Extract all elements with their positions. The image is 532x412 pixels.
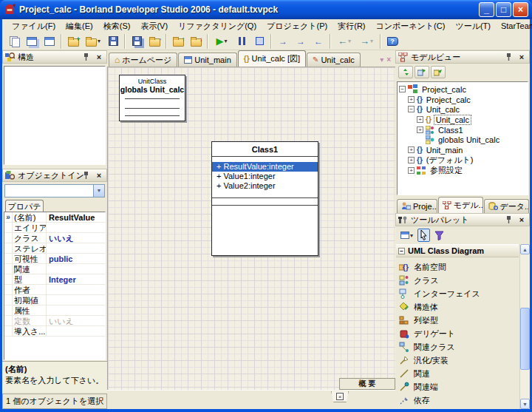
- tree-node-unit-calc[interactable]: − {} Unit_calc: [408, 104, 461, 114]
- tree-node-project-root[interactable]: − Project_calc: [399, 84, 468, 94]
- palette-item-dependency[interactable]: 依存: [396, 394, 519, 407]
- diagram-overview-panel[interactable]: 概 要: [339, 378, 395, 390]
- tab-unit-calc-diagram[interactable]: {} Unit_calc [図]: [238, 50, 306, 67]
- title-bar[interactable]: Project_calc - Borland Developer Studio …: [0, 0, 532, 19]
- property-value[interactable]: [47, 285, 105, 294]
- palette-dropdown-icon[interactable]: ▾: [410, 232, 413, 239]
- scroll-up-button[interactable]: ▲: [520, 244, 530, 254]
- tree-label-selected[interactable]: Unit_calc: [434, 115, 471, 125]
- diagram-canvas[interactable]: UnitClass globals Unit_calc Class1 + Res…: [107, 67, 395, 390]
- collapse-icon[interactable]: −: [408, 106, 415, 112]
- tree-label[interactable]: (デフォルト): [425, 155, 475, 166]
- tab-unit-main[interactable]: Unit_main: [178, 53, 237, 67]
- palette-item-generalization[interactable]: 汎化/実装: [396, 354, 519, 367]
- new-items-button[interactable]: [5, 33, 23, 50]
- palette-item-association[interactable]: 関連: [396, 367, 519, 380]
- property-row[interactable]: ステレオ...: [4, 243, 105, 254]
- collapse-icon[interactable]: −: [399, 86, 406, 92]
- structure-list[interactable]: [4, 66, 106, 165]
- close-page-button[interactable]: ×: [386, 55, 391, 64]
- pause-button[interactable]: [233, 33, 250, 50]
- property-row[interactable]: 可視性public: [4, 254, 105, 264]
- property-value[interactable]: [47, 243, 105, 253]
- expand-icon[interactable]: +: [408, 167, 415, 174]
- property-value[interactable]: いいえ: [47, 233, 105, 243]
- run-button[interactable]: ▶▾: [211, 33, 233, 50]
- property-row[interactable]: 作者: [4, 285, 105, 295]
- property-row[interactable]: »(名前)ResultValue: [4, 212, 105, 223]
- step-over-button[interactable]: →: [292, 33, 310, 50]
- menu-project[interactable]: プロジェクト(P): [262, 19, 332, 33]
- property-value[interactable]: ResultValue: [47, 212, 105, 222]
- save-all-button[interactable]: [128, 33, 146, 50]
- inspector-object-combobox[interactable]: ▼: [4, 184, 105, 197]
- remove-from-project-button[interactable]: ↓: [187, 33, 205, 50]
- tree-label[interactable]: Project_calc: [425, 95, 472, 104]
- close-pane-icon[interactable]: ×: [516, 215, 527, 225]
- menu-search[interactable]: 検索(S): [98, 19, 136, 33]
- tab-unit-calc[interactable]: ✎ Unit_calc: [307, 53, 361, 67]
- property-value[interactable]: [47, 264, 105, 274]
- tab-home-page[interactable]: ⌂ ホームページ: [109, 53, 177, 67]
- overview-label[interactable]: 概 要: [359, 379, 376, 389]
- program-reset-button[interactable]: [250, 33, 268, 50]
- desktop-layout-button[interactable]: [41, 33, 58, 50]
- tab-properties[interactable]: プロパティ: [5, 200, 44, 212]
- property-row[interactable]: 型Integer: [4, 274, 105, 285]
- tree-node-class1[interactable]: + Class1: [417, 125, 465, 135]
- view-selector-button[interactable]: ▾: [380, 55, 383, 64]
- back-dropdown-arrow-icon[interactable]: ▾: [348, 38, 351, 44]
- property-row[interactable]: 初期値: [4, 295, 105, 305]
- expand-icon[interactable]: +: [408, 96, 415, 103]
- palette-item-namespace[interactable]: {} 名前空間: [396, 260, 519, 274]
- close-pane-icon[interactable]: ×: [94, 170, 104, 180]
- tree-label[interactable]: globals Unit_calc: [437, 135, 501, 144]
- property-value[interactable]: [47, 305, 105, 315]
- class-name[interactable]: Class1: [212, 142, 318, 157]
- category-chevrons-icon[interactable]: »: [4, 212, 13, 222]
- run-dropdown-arrow-icon[interactable]: ▾: [224, 38, 227, 44]
- tree-label[interactable]: 参照設定: [429, 165, 464, 176]
- help-button[interactable]: ?: [383, 33, 401, 50]
- property-value[interactable]: [47, 326, 105, 336]
- tool-palette-header[interactable]: ツールパレット ×: [395, 213, 530, 226]
- refresh-model-button[interactable]: [398, 66, 413, 78]
- tree-label[interactable]: Class1: [437, 126, 465, 135]
- palette-item-enum[interactable]: 列挙型: [396, 314, 519, 327]
- model-tree[interactable]: − Project_calc + {} Project_calc − {} Un…: [397, 81, 528, 195]
- filter-button[interactable]: [432, 229, 446, 242]
- tab-project-manager[interactable]: Proje...: [397, 199, 437, 213]
- tree-node-unit-main[interactable]: + {} Unit_main: [408, 145, 464, 155]
- add-to-project-button[interactable]: ↑: [169, 33, 187, 50]
- palette-options-button[interactable]: ▾: [398, 229, 415, 242]
- scrollbar-thumb[interactable]: [520, 308, 530, 370]
- save-button[interactable]: [104, 33, 122, 50]
- scroll-down-button[interactable]: ▼: [520, 399, 530, 409]
- expand-icon[interactable]: +: [417, 126, 423, 133]
- structure-pane-header[interactable]: 構造 ×: [2, 50, 107, 64]
- palette-item-association-end[interactable]: 関連端: [396, 380, 519, 394]
- menu-run[interactable]: 実行(R): [332, 19, 370, 33]
- property-row[interactable]: 関連: [4, 264, 105, 274]
- open-dropdown-arrow-icon[interactable]: ▾: [98, 38, 100, 44]
- palette-category-header[interactable]: − UML Class Diagram: [396, 244, 519, 257]
- close-button[interactable]: ×: [513, 2, 528, 17]
- palette-item-partial[interactable]: [396, 407, 519, 409]
- menu-tools[interactable]: ツール(T): [450, 19, 496, 33]
- expand-icon[interactable]: +: [408, 146, 415, 153]
- menu-view[interactable]: 表示(V): [135, 19, 173, 33]
- menu-starteam[interactable]: StarTeam: [496, 20, 532, 32]
- palette-item-delegate[interactable]: デリゲート: [396, 327, 519, 340]
- palette-item-interface[interactable]: インターフェイス: [396, 287, 519, 300]
- trace-into-button[interactable]: →: [274, 33, 292, 50]
- minimize-button[interactable]: _: [479, 2, 494, 17]
- new-file-button[interactable]: +: [64, 33, 82, 50]
- palette-scrollbar[interactable]: ▲ ▼: [519, 244, 530, 409]
- tree-node-globals[interactable]: globals Unit_calc: [426, 135, 501, 144]
- expand-icon[interactable]: +: [408, 157, 415, 163]
- forward-dropdown-arrow-icon[interactable]: ▾: [370, 38, 373, 44]
- property-row[interactable]: 定数いいえ: [4, 316, 105, 326]
- property-row[interactable]: エイリア...: [4, 223, 105, 233]
- collapse-category-icon[interactable]: −: [398, 248, 405, 254]
- expand-icon[interactable]: +: [417, 116, 423, 123]
